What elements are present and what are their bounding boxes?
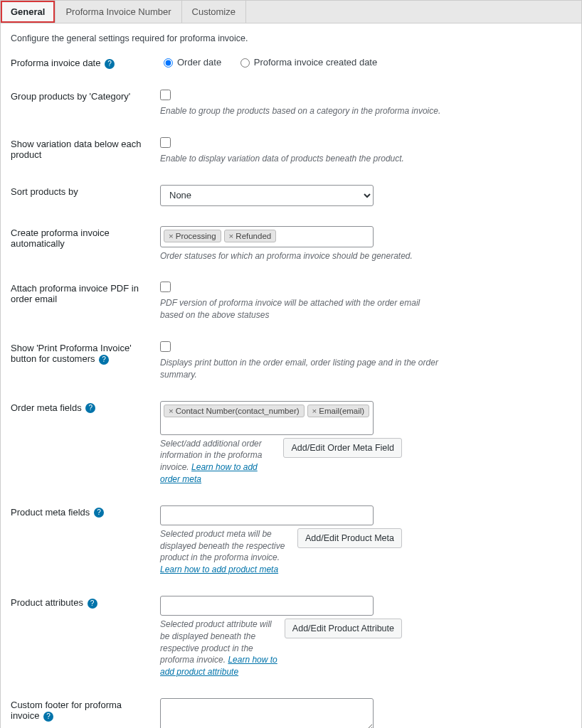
select-sort-by[interactable]: None [160, 185, 374, 206]
checkbox-variation-data[interactable] [160, 137, 171, 148]
tags-order-meta[interactable]: ×Contact Number(contact_number) ×Email(e… [160, 401, 374, 435]
label-order-meta: Order meta fields [11, 402, 82, 413]
intro-text: Configure the general settings required … [11, 33, 571, 43]
add-edit-product-attribute-button[interactable]: Add/Edit Product Attribute [285, 619, 402, 638]
tab-customize[interactable]: Customize [182, 1, 246, 23]
invoice-date-radios: Order date Proforma invoice created date [160, 56, 445, 70]
tag-email[interactable]: ×Email(email) [307, 405, 370, 417]
desc-auto-create: Order statuses for which an proforma inv… [160, 250, 445, 262]
tab-general[interactable]: General [1, 1, 55, 23]
label-product-meta: Product meta fields [11, 507, 90, 518]
desc-variation-data: Enable to display variation data of prod… [160, 153, 445, 165]
close-icon[interactable]: × [169, 407, 174, 415]
close-icon[interactable]: × [312, 407, 317, 415]
label-sort-by: Sort products by [11, 185, 160, 197]
add-edit-product-meta-button[interactable]: Add/Edit Product Meta [297, 528, 402, 548]
tag-contact-number[interactable]: ×Contact Number(contact_number) [164, 405, 305, 417]
tab-proforma-number[interactable]: Proforma Invoice Number [55, 1, 181, 23]
close-icon[interactable]: × [169, 232, 174, 240]
tags-product-meta[interactable] [160, 505, 374, 525]
add-edit-order-meta-button[interactable]: Add/Edit Order Meta Field [283, 438, 402, 458]
checkbox-print-button[interactable] [160, 341, 171, 352]
link-product-meta-learn[interactable]: Learn how to add product meta [160, 564, 278, 574]
desc-attach-pdf: PDF version of proforma invoice will be … [160, 297, 445, 321]
label-print-button: Show 'Print Proforma Invoice' button for… [11, 343, 132, 364]
label-attach-pdf: Attach proforma invoice PDF in order ema… [11, 282, 160, 304]
help-icon[interactable]: ? [99, 355, 109, 365]
close-icon[interactable]: × [229, 232, 234, 240]
checkbox-group-category[interactable] [160, 90, 171, 100]
label-product-attributes: Product attributes [11, 597, 83, 608]
radio-order-date[interactable] [164, 58, 173, 68]
help-icon[interactable]: ? [43, 712, 53, 722]
help-icon[interactable]: ? [85, 403, 95, 413]
help-icon[interactable]: ? [94, 508, 104, 518]
desc-product-meta: Selected product meta will be displayed … [160, 529, 285, 563]
tags-product-attributes[interactable] [160, 596, 374, 616]
textarea-custom-footer[interactable] [160, 698, 374, 728]
radio-created-date[interactable] [240, 58, 250, 68]
label-group-category: Group products by 'Category' [11, 90, 160, 102]
help-icon[interactable]: ? [88, 599, 97, 609]
tabs-bar: General Proforma Invoice Number Customiz… [1, 1, 581, 23]
label-custom-footer: Custom footer for proforma invoice [11, 700, 122, 721]
help-icon[interactable]: ? [105, 59, 115, 69]
radio-order-date-label: Order date [177, 57, 221, 68]
tag-refunded[interactable]: ×Refunded [224, 230, 277, 242]
tags-auto-statuses[interactable]: ×Processing ×Refunded [160, 226, 374, 247]
label-variation-data: Show variation data below each product [11, 137, 160, 160]
desc-print-button: Displays print button in the order email… [160, 357, 445, 381]
tag-processing[interactable]: ×Processing [164, 230, 221, 242]
radio-created-date-label: Proforma invoice created date [254, 57, 377, 68]
label-auto-create: Create proforma invoice automatically [11, 226, 160, 249]
checkbox-attach-pdf[interactable] [160, 282, 171, 292]
label-invoice-date: Proforma invoice date [11, 58, 100, 68]
desc-group-category: Enable to group the products based on a … [160, 105, 445, 117]
